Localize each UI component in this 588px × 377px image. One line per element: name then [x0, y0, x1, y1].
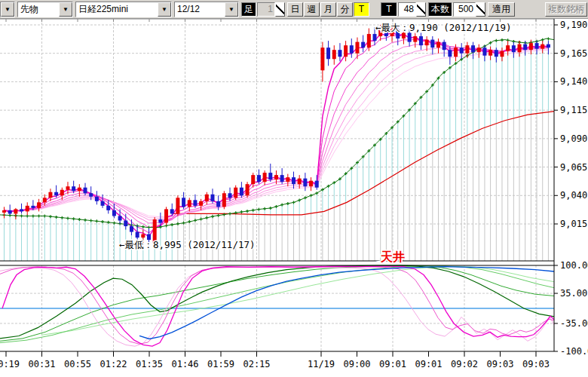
left-combo[interactable]: ▼	[0, 2, 15, 17]
svg-text:09:01: 09:01	[415, 359, 442, 369]
spinner-icon[interactable]	[476, 2, 485, 17]
chart-app: ▼ 先物 ▼ 日経225mini ▼ 12/12 ▼ 足 1 日 週 月 分 T…	[0, 0, 588, 377]
period-day-button[interactable]: 日	[287, 2, 303, 17]
chevron-down-icon[interactable]: ▼	[1, 2, 14, 17]
svg-text:9,065: 9,065	[560, 162, 587, 173]
svg-text:00:19: 00:19	[0, 359, 20, 369]
instrument-value: 日経225mini	[76, 2, 158, 17]
svg-text:9,140: 9,140	[560, 76, 587, 87]
svg-text:01:22: 01:22	[100, 359, 127, 369]
svg-text:09:00: 09:00	[343, 359, 370, 369]
honsu-stepper[interactable]: 500	[453, 2, 485, 17]
contract-value: 12/12	[175, 2, 225, 17]
chart-area[interactable]: 9,1909,1659,1409,1159,0909,0659,0409,015…	[0, 0, 588, 377]
multi-symbol-button[interactable]: 複数銘柄	[545, 2, 587, 17]
svg-text:9,190: 9,190	[560, 20, 587, 30]
svg-text:09:01: 09:01	[379, 359, 406, 369]
min-annotation: ←最低：8,995 (2012/11/17)	[119, 239, 256, 250]
svg-text:01:35: 01:35	[136, 359, 163, 369]
contract-combo[interactable]: 12/12 ▼	[174, 2, 239, 17]
category-combo[interactable]: 先物 ▼	[17, 2, 73, 17]
svg-text:9,090: 9,090	[560, 133, 587, 144]
toolbar: ▼ 先物 ▼ 日経225mini ▼ 12/12 ▼ 足 1 日 週 月 分 T…	[0, 0, 588, 19]
t-label: T	[381, 2, 397, 17]
chevron-down-icon[interactable]: ▼	[59, 2, 72, 17]
svg-text:01:59: 01:59	[207, 359, 234, 369]
ashi-stepper[interactable]: 1	[257, 2, 285, 17]
chevron-down-icon[interactable]: ▼	[158, 2, 171, 17]
svg-text:09:02: 09:02	[451, 359, 478, 369]
instrument-combo[interactable]: 日経225mini ▼	[75, 2, 172, 17]
ashi-value: 1	[257, 2, 275, 17]
ashi-label: 足	[241, 2, 256, 17]
t-value: 48	[398, 2, 416, 17]
svg-text:-100.00: -100.00	[560, 346, 588, 357]
spinner-icon[interactable]	[275, 2, 285, 17]
svg-text:09:03: 09:03	[522, 359, 550, 369]
svg-text:09:03: 09:03	[486, 359, 513, 369]
honsu-label: 本数	[428, 2, 452, 17]
category-value: 先物	[18, 2, 59, 17]
period-week-button[interactable]: 週	[304, 2, 320, 17]
svg-text:-35.00: -35.00	[560, 318, 588, 329]
svg-text:01:46: 01:46	[171, 359, 198, 369]
svg-text:9,115: 9,115	[560, 105, 587, 115]
max-annotation: ←最大：9,190 (2012/11/19)	[375, 22, 512, 33]
period-minute-button[interactable]: 分	[337, 2, 353, 17]
svg-text:02:15: 02:15	[243, 359, 270, 369]
svg-text:100.00: 100.00	[560, 260, 588, 271]
svg-text:9,165: 9,165	[560, 48, 587, 59]
svg-text:00:55: 00:55	[64, 359, 91, 369]
svg-text:9,015: 9,015	[560, 219, 587, 229]
svg-text:35.00: 35.00	[560, 288, 587, 299]
svg-text:11/19: 11/19	[308, 359, 335, 369]
svg-text:9,040: 9,040	[560, 190, 587, 201]
t-stepper[interactable]: 48	[398, 2, 426, 17]
svg-text:00:31: 00:31	[28, 359, 55, 369]
chevron-down-icon[interactable]: ▼	[225, 2, 238, 17]
ceiling-annotation: 天井	[380, 250, 405, 263]
apply-button[interactable]: 適用	[488, 2, 515, 17]
tick-toggle-button[interactable]: T	[354, 2, 369, 17]
honsu-value: 500	[453, 2, 476, 17]
period-month-button[interactable]: 月	[320, 2, 336, 17]
spinner-icon[interactable]	[416, 2, 426, 17]
